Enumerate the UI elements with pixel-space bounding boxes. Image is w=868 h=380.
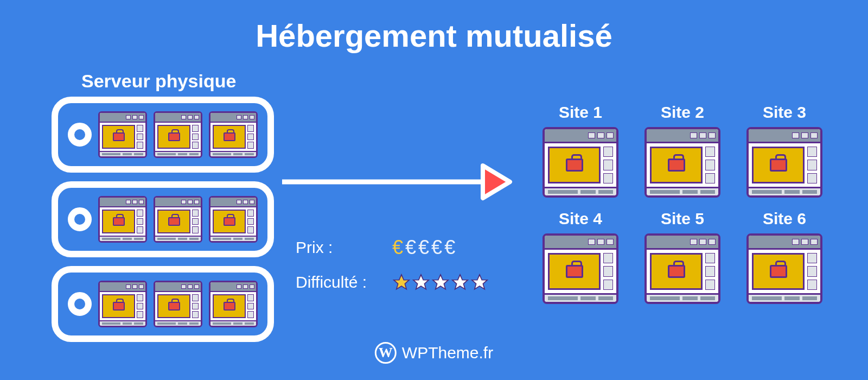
site-window-icon — [98, 281, 147, 327]
site-cell: Site 4 — [537, 210, 624, 304]
site-window-icon — [154, 196, 202, 243]
rack-led-icon — [68, 292, 92, 316]
site-window-icon — [98, 196, 147, 243]
euro-icon: € — [444, 236, 455, 259]
euro-icon: € — [405, 236, 416, 259]
rack-led-icon — [68, 123, 92, 147]
star-icon — [392, 273, 411, 292]
briefcase-icon — [566, 265, 583, 278]
site-label: Site 2 — [639, 103, 726, 122]
price-label: Prix : — [296, 238, 382, 257]
euro-icon: € — [431, 236, 442, 259]
svg-marker-6 — [472, 275, 487, 289]
site-window-icon — [209, 196, 258, 243]
difficulty-label: Difficulté : — [296, 273, 382, 292]
briefcase-icon — [224, 132, 235, 141]
briefcase-icon — [668, 265, 685, 278]
site-cell: Site 5 — [639, 210, 726, 304]
difficulty-row: Difficulté : — [296, 273, 489, 292]
site-window-icon — [746, 127, 822, 198]
svg-marker-2 — [394, 275, 409, 289]
server-rack — [52, 97, 274, 351]
briefcase-icon — [668, 159, 685, 172]
site-label: Site 1 — [537, 103, 624, 122]
page-title: Hébergement mutualisé — [0, 0, 868, 54]
svg-marker-1 — [483, 166, 510, 198]
price-rating: €€€€€ — [392, 236, 455, 259]
star-icon — [470, 273, 489, 292]
sites-grid: Site 1Site 2Site 3Site 4Site 5Site 6 — [537, 103, 828, 304]
site-cell: Site 1 — [537, 103, 624, 198]
site-window-icon — [644, 233, 720, 304]
rack-unit — [52, 266, 274, 342]
star-icon — [431, 273, 450, 292]
briefcase-icon — [224, 302, 235, 311]
briefcase-icon — [770, 159, 787, 172]
briefcase-icon — [224, 217, 235, 226]
briefcase-icon — [168, 217, 180, 226]
difficulty-rating — [392, 273, 489, 292]
briefcase-icon — [770, 265, 787, 278]
rack-led-icon — [68, 207, 92, 231]
svg-marker-3 — [413, 275, 429, 289]
rack-unit — [52, 181, 274, 257]
site-label: Site 5 — [639, 210, 726, 228]
euro-icon: € — [392, 236, 403, 259]
site-window-icon — [209, 281, 258, 327]
brand-text: WPTheme.fr — [402, 344, 493, 362]
site-window-icon — [154, 111, 202, 158]
site-label: Site 4 — [537, 210, 624, 228]
site-window-icon — [209, 111, 258, 158]
site-window-icon — [746, 233, 822, 304]
site-cell: Site 2 — [639, 103, 726, 198]
star-icon — [412, 273, 430, 292]
briefcase-icon — [566, 159, 583, 172]
footer-brand: W WPTheme.fr — [375, 342, 493, 364]
site-window-icon — [542, 233, 618, 304]
arrow-icon — [282, 163, 515, 201]
briefcase-icon — [113, 217, 125, 226]
wordpress-icon: W — [375, 342, 397, 364]
site-window-icon — [98, 111, 147, 158]
svg-marker-5 — [452, 275, 468, 289]
briefcase-icon — [113, 132, 125, 141]
site-cell: Site 6 — [741, 210, 828, 304]
star-icon — [451, 273, 469, 292]
site-window-icon — [644, 127, 720, 198]
site-cell: Site 3 — [741, 103, 828, 198]
euro-icon: € — [418, 236, 429, 259]
site-label: Site 6 — [741, 210, 828, 228]
server-label: Serveur physique — [81, 71, 236, 92]
briefcase-icon — [168, 132, 180, 141]
site-window-icon — [154, 281, 202, 327]
site-window-icon — [542, 127, 618, 198]
briefcase-icon — [113, 302, 125, 311]
rack-unit — [52, 97, 274, 173]
svg-marker-4 — [433, 275, 448, 289]
metrics-block: Prix : €€€€€ Difficulté : — [296, 236, 489, 306]
price-row: Prix : €€€€€ — [296, 236, 489, 259]
briefcase-icon — [168, 302, 180, 311]
site-label: Site 3 — [741, 103, 828, 122]
